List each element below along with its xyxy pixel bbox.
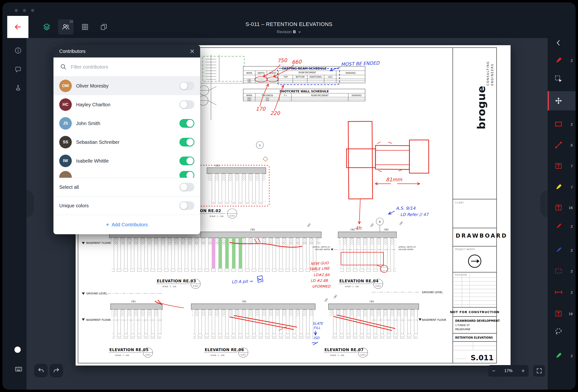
- window-dot[interactable]: [23, 9, 26, 12]
- ground-level-labels: GROUND LEVEL GROUND LEVEL: [82, 291, 443, 295]
- svg-text:ELEVATION RE.07: ELEVATION RE.07: [324, 348, 364, 352]
- zoom-controls: − 17% +: [488, 365, 529, 377]
- close-button[interactable]: [190, 49, 194, 53]
- svg-text:GROUND LEVEL: GROUND LEVEL: [86, 292, 107, 295]
- svg-text:S.011: S.011: [145, 354, 150, 356]
- rectangle-icon: [554, 120, 563, 128]
- panel-title: Contributors: [59, 49, 86, 54]
- window-controls[interactable]: [15, 9, 34, 12]
- undo-button[interactable]: [34, 364, 48, 377]
- contributor-row[interactable]: IW Isabelle Whittle: [53, 152, 200, 170]
- svg-text:APPROX. DEPTH OF: APPROX. DEPTH OF: [398, 246, 416, 248]
- svg-text:DRAWBOARD DEVELOPMENT: DRAWBOARD DEVELOPMENT: [455, 319, 500, 322]
- zoom-in-button[interactable]: +: [521, 368, 525, 374]
- contributor-row[interactable]: JS John Smith: [53, 114, 200, 133]
- add-contributors-button[interactable]: + Add Contributors: [53, 215, 200, 234]
- filter-contributors-input[interactable]: [70, 64, 193, 70]
- contributor-row-partial[interactable]: [53, 170, 200, 178]
- elevation-re05: CB1 BASEMENT FLOOR ELEVATION RE.05 SCALE…: [82, 300, 162, 357]
- marker-red-tool[interactable]: 2: [551, 53, 574, 68]
- revision-selector[interactable]: RevisionB: [2, 30, 576, 34]
- svg-text:BASEMENT FLOOR: BASEMENT FLOOR: [86, 318, 110, 321]
- text-red-tool-2[interactable]: 16: [551, 306, 574, 321]
- svg-text:LD#2.8A: LD#2.8A: [314, 273, 330, 277]
- contributor-name: John Smith: [76, 121, 179, 126]
- elevation-re04: CB2 CB2 APPROX. DEPTH OF GROUND WATER AP…: [312, 221, 416, 289]
- fullscreen-button[interactable]: [533, 365, 545, 377]
- radar-button[interactable]: [14, 83, 22, 92]
- chevron-left-icon: [554, 39, 563, 47]
- left-drawer-handle[interactable]: [27, 191, 34, 217]
- svg-text:CB1: CB1: [369, 300, 374, 303]
- zoom-out-button[interactable]: −: [492, 368, 495, 374]
- svg-text:PROJECT NORTH: PROJECT NORTH: [455, 248, 475, 251]
- svg-text:GROUND WATER: GROUND WATER: [315, 248, 330, 251]
- svg-text:A: A: [379, 220, 381, 223]
- select-all-row[interactable]: Select all: [53, 178, 200, 196]
- unique-colors-row[interactable]: Unique colors: [53, 196, 200, 215]
- select-markup-tool[interactable]: [551, 71, 574, 87]
- select-cursor-icon: [554, 75, 563, 83]
- svg-text:4h: 4h: [355, 225, 361, 231]
- svg-text:660: 660: [292, 59, 302, 65]
- contributor-name: Isabelle Whittle: [76, 158, 179, 164]
- rectangle-red-tool[interactable]: 2: [551, 117, 574, 132]
- pen-red-tool[interactable]: 2: [551, 219, 574, 234]
- window-dot[interactable]: [15, 9, 18, 12]
- info-button[interactable]: [14, 46, 22, 55]
- textbox-red-tool[interactable]: 7: [551, 158, 574, 174]
- right-drawer-handle[interactable]: [540, 191, 548, 217]
- contributor-filter: [53, 57, 200, 77]
- record-dot-button[interactable]: [14, 347, 21, 353]
- pan-move-tool[interactable]: [551, 93, 574, 109]
- contributor-row[interactable]: HC Hayley Charlton: [53, 95, 200, 114]
- svg-text:S.011: S.011: [360, 354, 366, 356]
- contributor-toggle[interactable]: [179, 157, 194, 165]
- svg-text:ELEVATION RE.03: ELEVATION RE.03: [157, 279, 196, 283]
- contributor-name: Sebastian Schreiber: [76, 139, 179, 145]
- svg-text:MARK: MARK: [246, 94, 252, 97]
- svg-text:CB1: CB1: [215, 164, 219, 167]
- highlighter-yellow-tool[interactable]: 7: [551, 179, 574, 195]
- marker-pen-icon: [554, 56, 563, 64]
- svg-text:CB2: CB2: [399, 221, 403, 226]
- contributor-toggle[interactable]: [179, 171, 194, 178]
- svg-text:UFORMED: UFORMED: [312, 284, 331, 289]
- text-red-tool[interactable]: 16: [551, 200, 574, 215]
- contributor-row[interactable]: SS Sebastian Schreiber: [53, 133, 200, 152]
- contributor-toggle[interactable]: [179, 138, 194, 147]
- comments-button[interactable]: [14, 65, 22, 74]
- measure-red-tool[interactable]: 2: [551, 284, 574, 300]
- svg-text:WIDTH: WIDTH: [269, 72, 276, 74]
- collapse-panel-button[interactable]: [551, 35, 574, 50]
- redo-button[interactable]: [49, 364, 63, 377]
- lasso-tool[interactable]: [551, 324, 574, 339]
- lasso-icon: [554, 327, 563, 335]
- svg-text:REINFORCEMENT: REINFORCEMENT: [299, 72, 316, 74]
- unique-colors-toggle[interactable]: [179, 201, 194, 210]
- svg-text:CB2: CB2: [350, 228, 355, 231]
- avatar: IW: [59, 155, 72, 167]
- pen-icon: [554, 222, 563, 230]
- window-dot[interactable]: [31, 9, 34, 12]
- highlighter-icon: [554, 183, 563, 191]
- contributor-toggle[interactable]: [179, 81, 194, 90]
- keyboard-button[interactable]: [13, 364, 24, 374]
- contributor-toggle[interactable]: [179, 100, 194, 109]
- contributor-toggle[interactable]: [179, 119, 194, 128]
- highlighter-green-tool[interactable]: 2: [551, 348, 574, 363]
- svg-text:S.011: S.011: [471, 353, 494, 362]
- svg-text:SCALE : 1 : 100: SCALE : 1 : 100: [162, 285, 176, 288]
- elevation-re02: CB1 ON RE.02 SCALE : 1 : 100 S.011: [199, 164, 266, 218]
- svg-text:CB1: CB1: [131, 300, 136, 303]
- svg-text:ELEVATION RE.05: ELEVATION RE.05: [109, 348, 148, 352]
- select-all-toggle[interactable]: [179, 183, 194, 192]
- revision-label: Revision: [277, 30, 291, 34]
- pen-blue-tool[interactable]: 2: [551, 242, 574, 258]
- contributor-row[interactable]: OM Oliver Moresby: [53, 77, 200, 95]
- rect-dashed-red-tool[interactable]: 2: [551, 263, 574, 279]
- svg-text:ELEVATION RE.06: ELEVATION RE.06: [205, 348, 244, 352]
- line-red-tool[interactable]: .5: [551, 137, 574, 153]
- svg-text:ADDITIONAL: ADDITIONAL: [309, 76, 322, 78]
- svg-text:750: 750: [277, 57, 288, 64]
